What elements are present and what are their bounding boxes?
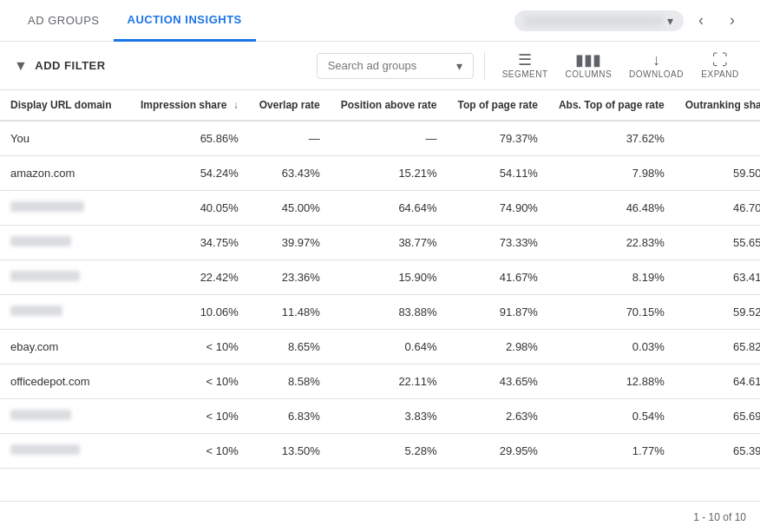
cell-overlap-rate: 8.58% <box>249 365 331 399</box>
search-dropdown-icon: ▾ <box>456 59 462 73</box>
cell-position-above-rate: 22.11% <box>331 365 448 399</box>
cell-outranking-share: 59.52% <box>675 295 760 330</box>
tab-auction-insights[interactable]: AUCTION INSIGHTS <box>114 0 256 42</box>
sort-icon: ↓ <box>233 99 239 111</box>
col-header-top-of-page-rate[interactable]: Top of page rate <box>447 90 547 121</box>
table-row: 34.75%39.97%38.77%73.33%22.83%55.65% <box>0 226 760 260</box>
table-row: ebay.com< 10%8.65%0.64%2.98%0.03%65.82% <box>0 330 760 365</box>
col-header-overlap-rate[interactable]: Overlap rate <box>249 90 331 121</box>
download-icon: ↓ <box>652 52 660 68</box>
table-container: Display URL domain Impression share ↓ Ov… <box>0 90 760 501</box>
cell-position-above-rate: 83.88% <box>331 295 448 330</box>
cell-impression-share: 34.75% <box>130 226 249 260</box>
cell-overlap-rate: 23.36% <box>249 260 331 295</box>
cell-outranking-share: 46.70% <box>675 191 760 226</box>
cell-overlap-rate: 63.43% <box>249 156 331 191</box>
col-header-position-above-rate[interactable]: Position above rate <box>331 90 448 121</box>
cell-domain <box>0 191 130 226</box>
cell-outranking-share: 64.61% <box>675 365 760 399</box>
cell-top-of-page-rate: 43.65% <box>447 365 547 399</box>
cell-impression-share: 40.05% <box>130 191 249 226</box>
cell-top-of-page-rate: 79.37% <box>447 121 547 156</box>
segment-button[interactable]: ☰ SEGMENT <box>495 49 555 82</box>
cell-domain: officedepot.com <box>0 365 130 399</box>
cell-impression-share: < 10% <box>130 399 249 434</box>
auction-insights-table: Display URL domain Impression share ↓ Ov… <box>0 90 760 469</box>
columns-button[interactable]: ▮▮▮ COLUMNS <box>559 49 619 82</box>
table-header-row: Display URL domain Impression share ↓ Ov… <box>0 90 760 121</box>
search-input[interactable] <box>328 59 449 72</box>
toolbar-divider <box>484 52 485 80</box>
table-row: 10.06%11.48%83.88%91.87%70.15%59.52% <box>0 295 760 330</box>
dropdown-icon: ▾ <box>667 14 673 28</box>
cell-impression-share: < 10% <box>130 330 249 365</box>
table-row: < 10%13.50%5.28%29.95%1.77%65.39% <box>0 434 760 469</box>
table-row: officedepot.com< 10%8.58%22.11%43.65%12.… <box>0 365 760 399</box>
cell-position-above-rate: 38.77% <box>331 226 448 260</box>
cell-outranking-share: 65.69% <box>675 399 760 434</box>
date-range-pill[interactable]: ▾ <box>514 10 684 31</box>
cell-impression-share: 22.42% <box>130 260 249 295</box>
col-header-outranking-share[interactable]: Outranking share <box>675 90 760 121</box>
cell-abs-top-of-page-rate: 0.03% <box>548 330 675 365</box>
cell-domain: ebay.com <box>0 330 130 365</box>
cell-abs-top-of-page-rate: 1.77% <box>548 434 675 469</box>
cell-top-of-page-rate: 74.90% <box>447 191 547 226</box>
cell-domain: You <box>0 121 130 156</box>
download-button[interactable]: ↓ DOWNLOAD <box>622 49 691 82</box>
columns-label: COLUMNS <box>566 69 613 79</box>
segment-label: SEGMENT <box>502 69 548 79</box>
col-header-abs-top-of-page-rate[interactable]: Abs. Top of page rate <box>548 90 675 121</box>
col-header-domain: Display URL domain <box>0 90 130 121</box>
cell-abs-top-of-page-rate: 22.83% <box>548 226 675 260</box>
expand-label: EXPAND <box>701 69 738 79</box>
cell-top-of-page-rate: 54.11% <box>447 156 547 191</box>
add-filter-button[interactable]: ▼ ADD FILTER <box>14 58 106 74</box>
download-label: DOWNLOAD <box>629 69 684 79</box>
cell-overlap-rate: 13.50% <box>249 434 331 469</box>
cell-top-of-page-rate: 2.63% <box>447 399 547 434</box>
next-button[interactable]: › <box>718 7 746 35</box>
search-box[interactable]: ▾ <box>317 53 474 79</box>
cell-outranking-share: 65.82% <box>675 330 760 365</box>
date-range-label <box>525 16 664 26</box>
cell-outranking-share: 59.50% <box>675 156 760 191</box>
cell-position-above-rate: 64.64% <box>331 191 448 226</box>
cell-position-above-rate: — <box>331 121 448 156</box>
columns-icon: ▮▮▮ <box>575 52 601 68</box>
col-header-impression-share[interactable]: Impression share ↓ <box>130 90 249 121</box>
table-row: < 10%6.83%3.83%2.63%0.54%65.69% <box>0 399 760 434</box>
segment-icon: ☰ <box>518 52 532 68</box>
cell-top-of-page-rate: 2.98% <box>447 330 547 365</box>
cell-abs-top-of-page-rate: 7.98% <box>548 156 675 191</box>
cell-top-of-page-rate: 41.67% <box>447 260 547 295</box>
cell-position-above-rate: 15.90% <box>331 260 448 295</box>
cell-domain <box>0 260 130 295</box>
cell-impression-share: 65.86% <box>130 121 249 156</box>
toolbar-actions: ☰ SEGMENT ▮▮▮ COLUMNS ↓ DOWNLOAD ⛶ EXPAN… <box>495 49 746 82</box>
tab-ad-groups[interactable]: AD GROUPS <box>14 0 114 42</box>
toolbar: ▼ ADD FILTER ▾ ☰ SEGMENT ▮▮▮ COLUMNS ↓ D… <box>0 42 760 90</box>
cell-top-of-page-rate: 91.87% <box>447 295 547 330</box>
cell-impression-share: < 10% <box>130 434 249 469</box>
table-row: You65.86%——79.37%37.62%— <box>0 121 760 156</box>
prev-button[interactable]: ‹ <box>687 7 715 35</box>
expand-button[interactable]: ⛶ EXPAND <box>694 49 746 82</box>
cell-domain <box>0 399 130 434</box>
cell-position-above-rate: 3.83% <box>331 399 448 434</box>
tabs-bar: AD GROUPS AUCTION INSIGHTS ▾ ‹ › <box>0 0 760 42</box>
cell-outranking-share: — <box>675 121 760 156</box>
cell-overlap-rate: 8.65% <box>249 330 331 365</box>
cell-outranking-share: 65.39% <box>675 434 760 469</box>
cell-position-above-rate: 5.28% <box>331 434 448 469</box>
table-row: 40.05%45.00%64.64%74.90%46.48%46.70% <box>0 191 760 226</box>
cell-overlap-rate: 6.83% <box>249 399 331 434</box>
cell-outranking-share: 63.41% <box>675 260 760 295</box>
cell-domain <box>0 295 130 330</box>
cell-abs-top-of-page-rate: 0.54% <box>548 399 675 434</box>
cell-domain: amazon.com <box>0 156 130 191</box>
cell-domain <box>0 434 130 469</box>
cell-top-of-page-rate: 73.33% <box>447 226 547 260</box>
cell-domain <box>0 226 130 260</box>
table-row: 22.42%23.36%15.90%41.67%8.19%63.41% <box>0 260 760 295</box>
